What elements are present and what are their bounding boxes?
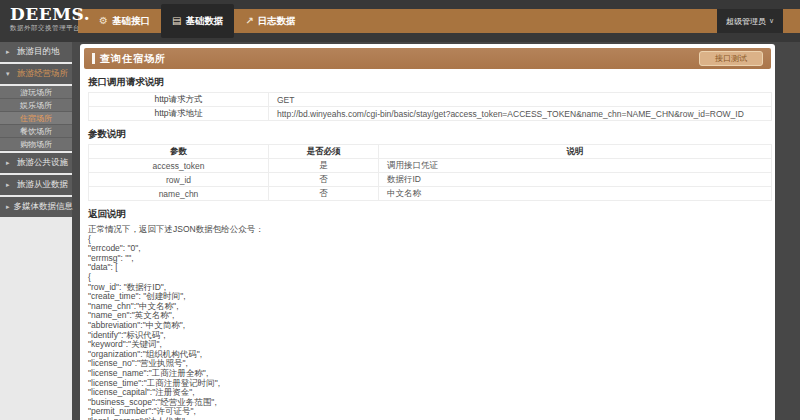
sidebar-item-multimedia-data[interactable]: ▸ 多媒体数据信息 <box>0 197 72 217</box>
request-section-heading: 接口调用请求说明 <box>88 76 771 89</box>
sidebar-item-business-premises[interactable]: ▾ 旅游经营场所 <box>0 64 72 84</box>
sidebar-submenu: 游玩场所 娱乐场所 住宿场所 餐饮场所 购物场所 <box>0 86 72 151</box>
params-table: 参数 是否必须 说明 access_token 是 调用接口凭证 row_id … <box>88 144 772 201</box>
http-url-value: http://bd.winyeahs.com/cgi-bin/basic/sta… <box>269 107 772 121</box>
json-line: "organization":"组织机构代码", <box>88 350 771 360</box>
col-header-description: 说明 <box>379 145 772 159</box>
share-arrow-icon: ↗ <box>245 16 253 26</box>
main-nav-tabs: ⚙ 基础接口 ▤ 基础数据 ↗ 日志数据 <box>88 0 307 42</box>
chevron-down-icon: ∨ <box>769 17 774 25</box>
table-row: name_chn 否 中文名称 <box>89 187 772 201</box>
caret-right-icon: ▸ <box>6 159 13 167</box>
sidebar-subitem-entertainment-venue[interactable]: 娱乐场所 <box>0 99 72 112</box>
tab-basic-data[interactable]: ▤ 基础数据 <box>161 4 234 38</box>
json-line: "identify":"标识代码", <box>88 331 771 341</box>
param-required: 是 <box>269 159 379 173</box>
param-description: 数据行ID <box>379 173 772 187</box>
sidebar-subitem-dining-venue[interactable]: 餐饮场所 <box>0 125 72 138</box>
json-line: { <box>88 273 771 283</box>
json-line: "abbreviation":"中文简称", <box>88 321 771 331</box>
sidebar-subitem-accommodation-venue[interactable]: 住宿场所 <box>0 112 72 125</box>
request-info-table: http请求方式 GET http请求地址 http://bd.winyeahs… <box>88 92 772 121</box>
user-account-dropdown[interactable]: 超级管理员 ∨ <box>717 9 783 33</box>
col-header-required: 是否必须 <box>269 145 379 159</box>
top-header: DEEMS. 数据外部交换管理平台 ⚙ 基础接口 ▤ 基础数据 ↗ 日志数据 超… <box>0 0 800 42</box>
logo-text: DEEMS. <box>10 5 80 24</box>
caret-right-icon: ▸ <box>6 203 10 211</box>
param-required: 否 <box>269 173 379 187</box>
page-title: 查询住宿场所 <box>100 52 166 66</box>
json-line: "data": [ <box>88 263 771 273</box>
param-description: 调用接口凭证 <box>379 159 772 173</box>
caret-right-icon: ▸ <box>6 48 13 56</box>
sidebar-menu: ▸ 旅游目的地 ▾ 旅游经营场所 游玩场所 娱乐场所 住宿场所 餐饮场所 购物场… <box>0 42 72 219</box>
caret-down-icon: ▾ <box>6 70 13 78</box>
json-line: "errcode": "0", <box>88 244 771 254</box>
table-row: http请求地址 http://bd.winyeahs.com/cgi-bin/… <box>89 107 772 121</box>
gear-icon: ⚙ <box>99 16 108 26</box>
page-title-bar: 查询住宿场所 接口测试 <box>84 48 771 69</box>
table-row: row_id 否 数据行ID <box>89 173 772 187</box>
return-section-heading: 返回说明 <box>88 208 771 221</box>
table-header-row: 参数 是否必须 说明 <box>89 145 772 159</box>
sidebar-subitem-play-venue[interactable]: 游玩场所 <box>0 86 72 99</box>
http-method-label: http请求方式 <box>89 93 269 107</box>
params-section-heading: 参数说明 <box>88 128 771 141</box>
caret-right-icon: ▸ <box>6 181 13 189</box>
http-method-value: GET <box>269 93 772 107</box>
json-response-example: 正常情况下，返回下述JSON数据包给公众号： { "errcode": "0",… <box>88 225 771 420</box>
param-description: 中文名称 <box>379 187 772 201</box>
json-line: "row_id": "数据行ID", <box>88 283 771 293</box>
left-sidebar: ▸ 旅游目的地 ▾ 旅游经营场所 游玩场所 娱乐场所 住宿场所 餐饮场所 购物场… <box>0 42 80 420</box>
title-accent-bar <box>92 53 95 64</box>
table-row: access_token 是 调用接口凭证 <box>89 159 772 173</box>
json-line: "permit_number":"许可证号", <box>88 407 771 417</box>
api-test-button[interactable]: 接口测试 <box>699 51 763 66</box>
param-name: name_chn <box>89 187 269 201</box>
json-line: "name_chn":"中文名称", <box>88 302 771 312</box>
user-name-label: 超级管理员 <box>726 16 766 27</box>
sidebar-item-industry-data[interactable]: ▸ 旅游从业数据 <box>0 175 72 195</box>
tab-label: 基础接口 <box>112 15 150 28</box>
logo-subtitle: 数据外部交换管理平台 <box>10 24 80 33</box>
json-intro-line: 正常情况下，返回下述JSON数据包给公众号： <box>88 225 771 235</box>
content-panel: 查询住宿场所 接口测试 接口调用请求说明 http请求方式 GET http请求… <box>80 44 775 420</box>
tab-label: 基础数据 <box>185 15 223 28</box>
col-header-param: 参数 <box>89 145 269 159</box>
param-required: 否 <box>269 187 379 201</box>
tab-basic-interface[interactable]: ⚙ 基础接口 <box>88 0 161 42</box>
sidebar-item-travel-destination[interactable]: ▸ 旅游目的地 <box>0 42 72 62</box>
data-grid-icon: ▤ <box>172 16 181 26</box>
table-row: http请求方式 GET <box>89 93 772 107</box>
json-line: { <box>88 235 771 245</box>
param-name: access_token <box>89 159 269 173</box>
http-url-label: http请求地址 <box>89 107 269 121</box>
param-name: row_id <box>89 173 269 187</box>
tab-label: 日志数据 <box>258 15 296 28</box>
sidebar-subitem-shopping-venue[interactable]: 购物场所 <box>0 138 72 151</box>
sidebar-divider-strip <box>72 42 80 420</box>
tab-log-data[interactable]: ↗ 日志数据 <box>234 0 306 42</box>
json-line: "create_time": "创建时间", <box>88 292 771 302</box>
app-logo: DEEMS. 数据外部交换管理平台 <box>10 5 80 33</box>
json-line: "name_en":"英文名称", <box>88 311 771 321</box>
sidebar-item-public-facilities[interactable]: ▸ 旅游公共设施 <box>0 153 72 173</box>
json-line: "errmsg": "", <box>88 254 771 264</box>
